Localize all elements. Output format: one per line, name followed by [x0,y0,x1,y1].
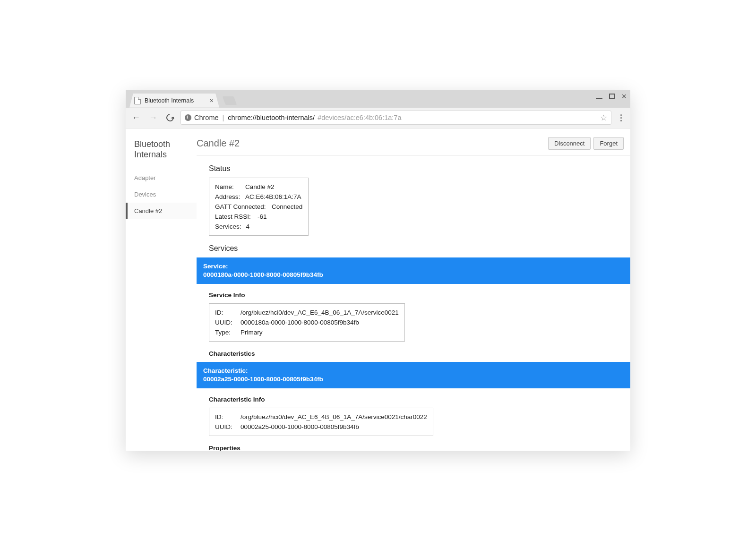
service-type-label: Type: [215,329,236,336]
char-id-label: ID: [215,413,236,420]
sidebar-item-adapter[interactable]: Adapter [126,170,197,186]
tab-strip: Bluetooth Internals × × [126,90,630,108]
status-address-label: Address: [215,193,241,200]
origin-info-icon[interactable] [185,114,191,121]
properties-heading: Properties [209,445,630,450]
reload-icon [165,112,175,123]
characteristic-info-heading: Characteristic Info [209,396,630,403]
status-box: Name:Candle #2 Address:AC:E6:4B:06:1A:7A… [209,178,309,236]
characteristic-header-bar[interactable]: Characteristic: 00002a25-0000-1000-8000-… [197,362,630,388]
app-title: Bluetooth Internals [126,137,197,170]
page-content: Bluetooth Internals Adapter Devices Cand… [126,129,630,451]
url-path: #devices/ac:e6:4b:06:1a:7a [318,114,401,121]
status-rssi-label: Latest RSSI: [215,213,253,220]
service-bar-uuid: 0000180a-0000-1000-8000-00805f9b34fb [203,271,624,279]
status-rssi-value: -61 [258,213,267,220]
window-controls: × [596,92,627,102]
status-services-value: 4 [246,223,250,230]
characteristic-info-box: ID:/org/bluez/hci0/dev_AC_E6_4B_06_1A_7A… [209,408,433,436]
disconnect-button[interactable]: Disconnect [548,137,591,150]
status-services-label: Services: [215,223,241,230]
service-type-value: Primary [241,329,263,336]
forward-button[interactable]: → [146,111,160,124]
browser-menu-button[interactable] [615,114,627,121]
characteristic-bar-label: Characteristic: [203,367,624,375]
char-uuid-label: UUID: [215,423,236,430]
back-button[interactable]: ← [129,111,143,124]
address-bar[interactable]: Chrome | chrome://bluetooth-internals/#d… [180,111,611,125]
tab-title: Bluetooth Internals [145,97,194,104]
service-bar-label: Service: [203,262,624,271]
service-uuid-label: UUID: [215,319,236,326]
services-heading: Services [209,244,630,253]
minimize-icon[interactable] [596,98,602,99]
status-name-label: Name: [215,183,241,190]
characteristics-heading: Characteristics [209,350,630,357]
url-separator: | [223,114,224,121]
status-address-value: AC:E6:4B:06:1A:7A [245,193,301,200]
char-id-value: /org/bluez/hci0/dev_AC_E6_4B_06_1A_7A/se… [241,413,427,420]
service-info-heading: Service Info [209,291,630,299]
forget-button[interactable]: Forget [593,137,624,150]
new-tab-button[interactable] [223,96,237,105]
browser-tab[interactable]: Bluetooth Internals × [129,94,219,108]
sidebar-item-candle2[interactable]: Candle #2 [126,203,197,219]
status-gatt-label: GATT Connected: [215,203,267,210]
bookmark-star-icon[interactable]: ☆ [600,113,607,123]
main-panel: Candle #2 Disconnect Forget Status Name:… [197,129,630,451]
sidebar-item-devices[interactable]: Devices [126,186,197,203]
status-gatt-value: Connected [272,203,302,210]
close-tab-icon[interactable]: × [210,97,214,104]
characteristic-bar-uuid: 00002a25-0000-1000-8000-00805f9b34fb [203,375,624,384]
maximize-icon[interactable] [609,94,615,99]
char-uuid-value: 00002a25-0000-1000-8000-00805f9b34fb [241,423,359,430]
page-header: Candle #2 Disconnect Forget [197,137,630,156]
reload-button[interactable] [163,111,177,124]
service-uuid-value: 0000180a-0000-1000-8000-00805f9b34fb [241,319,359,326]
service-id-value: /org/bluez/hci0/dev_AC_E6_4B_06_1A_7A/se… [241,309,399,316]
status-heading: Status [209,164,630,173]
page-title: Candle #2 [197,138,240,149]
url-scheme: Chrome [194,114,219,121]
url-host: chrome://bluetooth-internals/ [228,114,315,121]
close-window-icon[interactable]: × [621,92,627,102]
service-header-bar[interactable]: Service: 0000180a-0000-1000-8000-00805f9… [197,257,630,284]
browser-window: Bluetooth Internals × × ← → Chrome | chr… [126,90,630,451]
service-info-box: ID:/org/bluez/hci0/dev_AC_E6_4B_06_1A_7A… [209,303,405,342]
browser-toolbar: ← → Chrome | chrome://bluetooth-internal… [126,108,630,129]
sidebar: Bluetooth Internals Adapter Devices Cand… [126,129,197,451]
status-name-value: Candle #2 [245,183,275,190]
page-icon [134,97,141,104]
service-id-label: ID: [215,309,236,316]
